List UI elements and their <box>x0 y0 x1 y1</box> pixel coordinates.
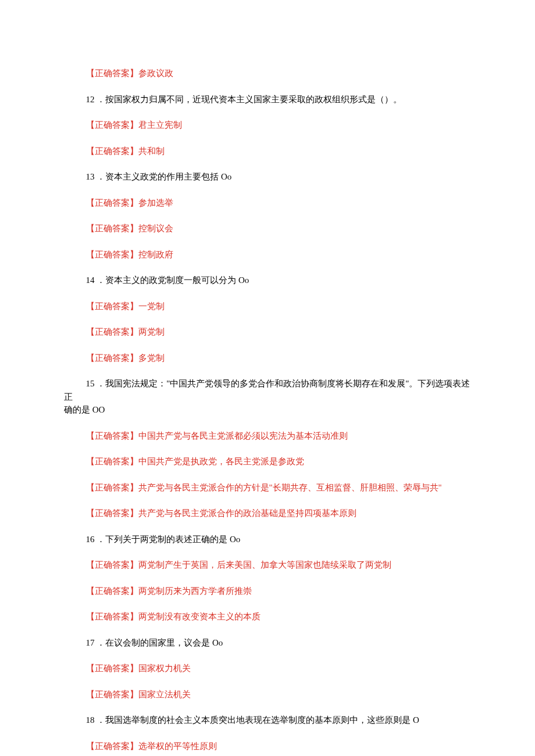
answer-text: 【正确答案】选举权的平等性原则 <box>64 740 471 753</box>
question-line-2: 确的是 OO <box>64 405 105 414</box>
answer-text: 【正确答案】参加选举 <box>64 196 471 210</box>
answer-text: 【正确答案】多党制 <box>64 352 471 365</box>
answer-text: 【正确答案】控制议会 <box>64 222 471 235</box>
answer-text: 【正确答案】一党制 <box>64 300 471 313</box>
answer-text: 【正确答案】两党制产生于英国，后来美国、加拿大等国家也陆续采取了两党制 <box>64 558 471 572</box>
question-text: 14 ．资本主义的政党制度一般可以分为 Oo <box>64 274 471 287</box>
question-text: 12 ．按国家权力归属不同，近现代资本主义国家主要采取的政权组织形式是（）。 <box>64 93 471 106</box>
answer-text: 【正确答案】国家权力机关 <box>64 662 471 675</box>
question-line-1: 15 ．我国宪法规定："中国共产党领导的多党合作和政治协商制度将长期存在和发展"… <box>64 377 471 403</box>
question-text: 17 ．在议会制的国家里，议会是 Oo <box>64 636 471 650</box>
answer-text: 【正确答案】共和制 <box>64 145 471 158</box>
answer-text: 【正确答案】两党制没有改变资本主义的本质 <box>64 610 471 624</box>
question-text: 18 ．我国选举制度的社会主义本质突出地表现在选举制度的基本原则中，这些原则是 … <box>64 714 471 727</box>
answer-text: 【正确答案】两党制 <box>64 325 471 339</box>
answer-text: 【正确答案】君主立宪制 <box>64 119 471 132</box>
answer-text: 【正确答案】国家立法机关 <box>64 688 471 701</box>
answer-text: 【正确答案】中国共产党与各民主党派都必须以宪法为基本活动准则 <box>64 429 471 443</box>
answer-text: 【正确答案】中国共产党是执政党，各民主党派是参政党 <box>64 455 471 468</box>
answer-text: 【正确答案】控制政府 <box>64 248 471 261</box>
question-text: 16 ．下列关于两党制的表述正确的是 Oo <box>64 533 471 546</box>
answer-text: 【正确答案】参政议政 <box>64 67 471 80</box>
document-page: 【正确答案】参政议政12 ．按国家权力归属不同，近现代资本主义国家主要采取的政权… <box>0 0 535 756</box>
answer-text: 【正确答案】两党制历来为西方学者所推崇 <box>64 585 471 598</box>
question-text: 15 ．我国宪法规定："中国共产党领导的多党合作和政治协商制度将长期存在和发展"… <box>64 377 471 417</box>
question-text: 13 ．资本主义政党的作用主要包括 Oo <box>64 170 471 184</box>
answer-text: 【正确答案】共产党与各民主党派合作的政治基础是坚持四项基本原则 <box>64 507 471 520</box>
answer-text: 【正确答案】共产党与各民主党派合作的方针是"长期共存、互相监督、肝胆相照、荣辱与… <box>64 481 471 495</box>
